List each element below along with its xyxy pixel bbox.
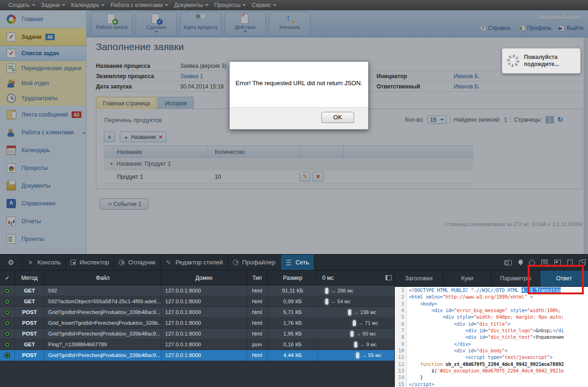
network-request-row[interactable]: GET592?actionObject=555a587d-25c1-4f99-a… <box>0 296 394 307</box>
dialog-footer: OK <box>230 107 368 129</box>
request-size-cell: 5,71 КБ <box>268 307 318 317</box>
network-request-row[interactable]: POSTGrid?gridId=PerechenjProduktov_339b4… <box>0 350 394 361</box>
source-line: 12 function sh_st_48d670f5_2204_4dc4_994… <box>395 361 588 367</box>
request-timeline-cell: → 71 мс <box>318 318 394 328</box>
request-time-label: → 71 мс <box>358 320 378 326</box>
profiler-icon <box>233 260 239 265</box>
response-source-view: 1<!DOCTYPE HTML PUBLIC "-//W3C//DTD HTML… <box>395 287 588 387</box>
request-type-cell: html <box>247 307 268 317</box>
timeline-marker <box>350 331 354 337</box>
request-timeline-cell: → 60 мс <box>318 329 394 339</box>
size-column-header[interactable]: Размер <box>268 270 318 285</box>
line-number: 7 <box>395 327 407 334</box>
network-request-row[interactable]: POSTGrid?gridId=PerechenjProduktov_339b4… <box>0 329 394 339</box>
inspector-icon <box>71 260 76 265</box>
devtools-tab-профайлер[interactable]: Профайлер <box>228 255 281 270</box>
request-timeline-cell: → 55 мс <box>318 350 394 360</box>
status-ok-icon <box>5 353 9 358</box>
request-time-label: → 9 мс <box>360 342 377 347</box>
request-status-cell <box>0 296 15 307</box>
request-size-cell: 4,44 КБ <box>268 350 318 360</box>
source-line: 3 <body> <box>395 300 588 307</box>
request-status-cell <box>0 329 15 339</box>
request-time-label: → 54 мс <box>331 299 350 304</box>
timeline-toggle-icon[interactable] <box>385 275 392 280</box>
devtools-tab-консоль[interactable]: Консоль <box>22 255 66 270</box>
request-status-cell <box>0 350 15 360</box>
request-time-label: → 198 мс <box>354 309 377 315</box>
detail-tab-заголовки[interactable]: Заголовки <box>395 270 443 286</box>
method-column-header[interactable]: Метод <box>15 270 44 285</box>
line-number: 2 <box>395 293 407 300</box>
network-request-row[interactable]: GETPing?_=1398864667789127.0.0.1:8000jso… <box>0 339 394 350</box>
file-column-header[interactable]: Файл <box>44 270 161 285</box>
network-request-row[interactable]: POSTGrid_Insert?gridId=PerechenjProdukto… <box>0 318 394 329</box>
line-number: 14 <box>395 374 407 380</box>
request-status-cell <box>0 339 15 350</box>
request-method-cell: POST <box>15 307 44 317</box>
request-domain-cell: 127.0.0.1:8000 <box>161 339 247 350</box>
devtools-settings-button[interactable]: ⚙ <box>0 255 22 270</box>
source-code: <body> <box>407 300 437 307</box>
line-number: 1 <box>395 287 407 293</box>
request-file-cell: Grid?gridId=PerechenjProduktov_339b48ac9… <box>44 350 161 360</box>
request-domain-cell: 127.0.0.1:8000 <box>161 285 247 296</box>
network-request-row[interactable]: POSTGrid?gridId=PerechenjProduktov_339b4… <box>0 307 394 318</box>
timeline-column-header[interactable]: 0 мс <box>318 270 394 285</box>
request-method-cell: GET <box>15 285 44 296</box>
request-time-label: → 286 мс <box>331 288 354 293</box>
line-number: 9 <box>395 341 407 347</box>
request-method-cell: GET <box>15 296 44 307</box>
type-column-header[interactable]: Тип <box>247 270 268 285</box>
status-column-header[interactable]: ✓ <box>0 270 15 285</box>
devtools-tab-сеть[interactable]: Сеть <box>281 255 314 270</box>
request-file-cell: 592 <box>44 285 161 296</box>
source-line: 5 <div style="width: 640px; margin: 0px … <box>395 314 588 320</box>
devtools-tab-отладчик[interactable]: Отладчик <box>114 255 160 270</box>
request-file-cell: Grid?gridId=PerechenjProduktov_339b48ac9… <box>44 307 161 317</box>
source-line: 2<html xmlns="http://www.w3.org/1999/xht… <box>395 293 588 300</box>
source-code: function sh_st_48d670f5_2204_4dc4_9942_9… <box>407 361 564 367</box>
source-code: <div id="div_title"> <box>407 321 510 327</box>
responsive-mode-icon[interactable] <box>504 260 512 265</box>
request-type-cell: html <box>247 285 268 296</box>
timeline-marker <box>354 342 357 348</box>
request-size-cell: 0,99 КБ <box>268 296 318 307</box>
request-domain-cell: 127.0.0.1:8000 <box>161 329 247 339</box>
domain-column-header[interactable]: Домен <box>161 270 247 285</box>
request-domain-cell: 127.0.0.1:8000 <box>161 350 247 360</box>
devtools-tab-label: Инспектор <box>80 259 109 266</box>
error-message: Error! The requested URL did not return … <box>230 80 368 87</box>
detail-tab-куки[interactable]: Куки <box>443 270 492 286</box>
request-timeline-cell: → 9 мс <box>318 339 394 350</box>
source-code: <div id="error_big_message" style="width… <box>407 307 561 314</box>
source-line: 9 </div> <box>395 341 588 347</box>
request-type-cell: html <box>247 296 268 307</box>
source-code: <script type="text/javascript"> <box>407 354 552 360</box>
network-request-row[interactable]: GET592127.0.0.1:8000html91,11 КБ→ 286 мс <box>0 285 394 296</box>
status-ok-icon <box>5 299 9 304</box>
request-file-cell: Grid?gridId=PerechenjProduktov_339b48ac9… <box>44 329 161 339</box>
undock-window-icon[interactable] <box>579 260 585 265</box>
devtools-tab-инспектор[interactable]: Инспектор <box>66 255 114 270</box>
ok-button[interactable]: OK <box>321 112 354 123</box>
style-editor-icon <box>165 259 172 266</box>
screen: СоздатьЗадачиКалендарьРабота с клиентами… <box>0 0 588 387</box>
source-code: <div id="div_body"> <box>407 347 508 354</box>
request-timeline-cell: → 54 мс <box>318 296 394 307</box>
request-timeline-cell: → 286 мс <box>318 285 394 296</box>
line-number: 10 <box>395 347 407 354</box>
paintbrush-icon[interactable] <box>518 260 523 265</box>
line-number: 11 <box>395 354 407 360</box>
network-icon <box>285 259 292 266</box>
source-code: <html xmlns="http://www.w3.org/1999/xhtm… <box>407 293 533 300</box>
debugger-icon <box>119 260 124 265</box>
line-number: 12 <box>395 361 407 367</box>
line-number: 15 <box>395 381 407 387</box>
devtools: ⚙ КонсольИнспекторОтладчикРедактор стиле… <box>0 254 588 387</box>
error-dialog: Error! The requested URL did not return … <box>229 61 369 130</box>
devtools-tab-редактор-стилей[interactable]: Редактор стилей <box>160 255 228 270</box>
source-code: </div> <box>407 341 471 347</box>
request-domain-cell: 127.0.0.1:8000 <box>161 296 247 307</box>
source-line: 4 <div id="error_big_message" style="wid… <box>395 307 588 314</box>
